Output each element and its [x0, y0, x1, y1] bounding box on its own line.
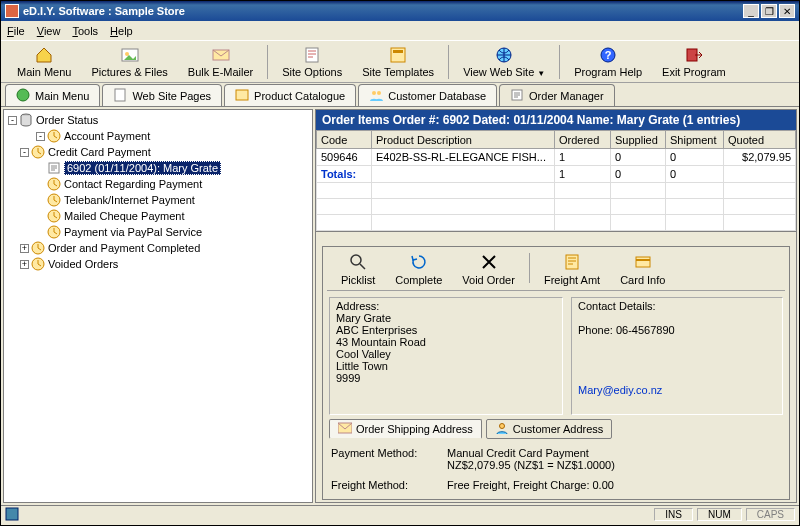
titlebar: eD.I.Y. Software : Sample Store _ ❐ ✕ [1, 1, 799, 21]
detail-panel: Order Items Order #: 6902 Dated: 01/11/2… [315, 109, 797, 503]
tree-telebank-payment[interactable]: Telebank/Internet Payment [8, 192, 308, 208]
menu-tools[interactable]: Tools [72, 25, 98, 37]
search-icon [349, 253, 367, 274]
payment-method-value: Manual Credit Card Payment [447, 447, 615, 459]
menubar: FileViewToolsHelp [1, 21, 799, 41]
action-toolbar: PicklistCompleteVoid OrderFreight AmtCar… [327, 251, 785, 291]
main-menu-button[interactable]: Main Menu [17, 46, 71, 78]
payment-method-label: Payment Method: [331, 447, 447, 471]
order-icon [47, 161, 61, 175]
exit-program-button[interactable]: Exit Program [662, 46, 726, 78]
svg-point-10 [17, 89, 29, 101]
tree-credit-card-payment[interactable]: -Credit Card Payment [8, 144, 308, 160]
tree-voided[interactable]: +Voided Orders [8, 256, 308, 272]
clock-icon [31, 241, 45, 255]
void-order-button[interactable]: Void Order [462, 253, 515, 286]
tab-order-manager[interactable]: Order Manager [499, 84, 615, 106]
grid-header[interactable]: Supplied [611, 131, 666, 149]
site-options-button[interactable]: Site Options [282, 46, 342, 78]
program-help-button[interactable]: ?Program Help [574, 46, 642, 78]
address-box: Address: Mary Grate ABC Enterprises 43 M… [329, 297, 563, 415]
clock-icon [47, 177, 61, 191]
menu-help[interactable]: Help [110, 25, 133, 37]
svg-rect-3 [306, 48, 318, 62]
card-icon [634, 253, 652, 274]
grid-header[interactable]: Product Description [372, 131, 555, 149]
tab-web-site-pages[interactable]: Web Site Pages [102, 84, 222, 106]
clock-icon [47, 193, 61, 207]
grid-empty-row [317, 215, 796, 231]
grid-header[interactable]: Quoted [724, 131, 796, 149]
grid-header[interactable]: Shipment [666, 131, 724, 149]
x-icon [480, 253, 498, 274]
menu-file[interactable]: File [7, 25, 25, 37]
tree-account-payment[interactable]: -Account Payment [8, 128, 308, 144]
site-templates-button[interactable]: Site Templates [362, 46, 434, 78]
svg-point-14 [377, 91, 381, 95]
payment-amount: NZ$2,079.95 (NZ$1 = NZ$1.0000) [447, 459, 615, 471]
close-button[interactable]: ✕ [779, 4, 795, 18]
grid-header[interactable]: Code [317, 131, 372, 149]
green-icon [16, 88, 30, 104]
minimize-button[interactable]: _ [743, 4, 759, 18]
menu-view[interactable]: View [37, 25, 61, 37]
maximize-button[interactable]: ❐ [761, 4, 777, 18]
tree-mailed-cheque[interactable]: Mailed Cheque Payment [8, 208, 308, 224]
tree-order-6902[interactable]: 6902 (01/11/2004): Mary Grate [8, 160, 308, 176]
tab-order-shipping-address[interactable]: Order Shipping Address [329, 419, 482, 439]
pictures-files-button[interactable]: Pictures & Files [91, 46, 167, 78]
svg-point-26 [351, 255, 361, 265]
tab-main-menu[interactable]: Main Menu [5, 84, 100, 106]
note-icon [303, 46, 321, 66]
person-icon [495, 422, 509, 436]
tree-panel: -Order Status-Account Payment-Credit Car… [3, 109, 313, 503]
grid-header[interactable]: Ordered [555, 131, 611, 149]
statusbar-app-icon [5, 507, 19, 523]
people-icon [369, 88, 383, 104]
clock-icon [47, 129, 61, 143]
tabbar: Main MenuWeb Site PagesProduct Catalogue… [1, 83, 799, 107]
svg-text:?: ? [605, 49, 612, 61]
order-icon [510, 88, 524, 104]
help-icon: ? [599, 46, 617, 66]
tab-customer-address[interactable]: Customer Address [486, 419, 612, 439]
grid-totals-row: Totals:100 [317, 166, 796, 183]
tree-paypal[interactable]: Payment via PayPal Service [8, 224, 308, 240]
view-website-button[interactable]: View Web Site ▼ [463, 46, 545, 78]
contact-email-link[interactable]: Mary@ediy.co.nz [578, 384, 776, 396]
page-icon [113, 88, 127, 104]
contact-phone: Phone: 06-4567890 [578, 324, 776, 336]
card-info-button[interactable]: Card Info [620, 253, 665, 286]
tree-root[interactable]: -Order Status [8, 112, 308, 128]
statusbar-num: NUM [697, 508, 742, 521]
toolbar-separator [267, 45, 268, 79]
contact-box: Contact Details: Phone: 06-4567890 Mary@… [571, 297, 783, 415]
template-icon [389, 46, 407, 66]
tree-completed[interactable]: +Order and Payment Completed [8, 240, 308, 256]
clock-icon [31, 257, 45, 271]
freight-amt-button[interactable]: Freight Amt [544, 253, 600, 286]
svg-point-13 [372, 91, 376, 95]
svg-rect-27 [566, 255, 578, 269]
clock-icon [31, 145, 45, 159]
toolbar-separator [529, 253, 530, 283]
statusbar: INS NUM CAPS [1, 505, 799, 523]
grid-row[interactable]: 509646E402B-SS-RL-ELEGANCE FISH...100$2,… [317, 149, 796, 166]
tab-product-catalogue[interactable]: Product Catalogue [224, 84, 356, 106]
workarea: -Order Status-Account Payment-Credit Car… [1, 107, 799, 505]
main-toolbar: Main MenuPictures & FilesBulk E-MailerSi… [1, 41, 799, 83]
tab-customer-database[interactable]: Customer Database [358, 84, 497, 106]
statusbar-ins: INS [654, 508, 693, 521]
contact-legend: Contact Details: [578, 300, 776, 312]
svg-rect-5 [393, 50, 403, 53]
picklist-button[interactable]: Picklist [341, 253, 375, 286]
action-panel: PicklistCompleteVoid OrderFreight AmtCar… [322, 246, 790, 500]
toolbar-separator [448, 45, 449, 79]
payment-block: Payment Method: Manual Credit Card Payme… [331, 447, 781, 491]
order-items-grid[interactable]: CodeProduct DescriptionOrderedSuppliedSh… [316, 130, 796, 232]
database-icon [19, 113, 33, 127]
complete-button[interactable]: Complete [395, 253, 442, 286]
address-body: Mary Grate ABC Enterprises 43 Mountain R… [336, 312, 556, 384]
bulk-emailer-button[interactable]: Bulk E-Mailer [188, 46, 253, 78]
tree-contact-payment[interactable]: Contact Regarding Payment [8, 176, 308, 192]
